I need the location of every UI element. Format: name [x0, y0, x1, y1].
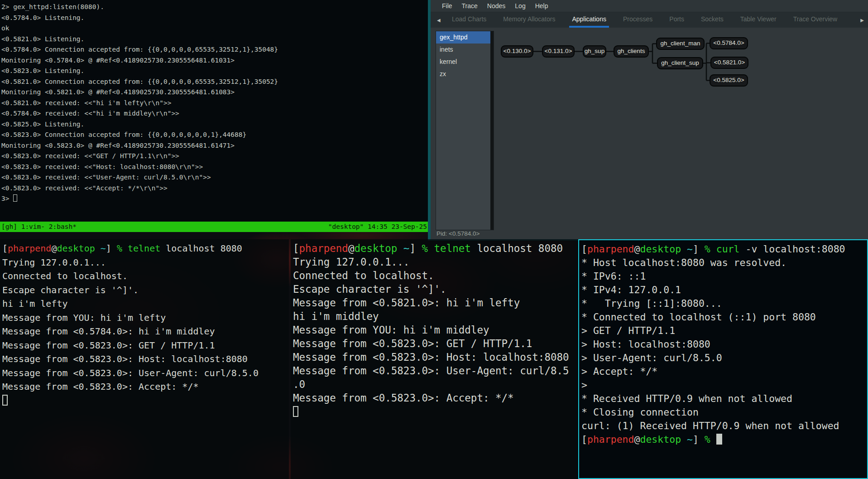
text-cursor — [293, 406, 298, 417]
process-node-gh-client-sup[interactable]: gh_client_sup — [657, 57, 703, 69]
terminal-line: Connected to localhost. — [293, 269, 576, 282]
terminal-line: * Trying [::1]:8080... — [581, 297, 865, 310]
terminal-line: <0.5823.0> received: <<"Accept: */*\r\n"… — [1, 183, 429, 194]
text-cursor — [13, 194, 17, 202]
process-node-5825[interactable]: <0.5825.0> — [710, 74, 748, 87]
process-node-gh-sup[interactable]: gh_sup — [583, 45, 606, 58]
prompt-args: localhost 8080 — [471, 242, 563, 254]
terminal-line: Message from <0.5823.0>: Accept: */* — [293, 391, 576, 405]
tab-memory-allocators[interactable]: Memory Allocators — [500, 12, 558, 28]
tab-sockets[interactable]: Sockets — [698, 12, 726, 28]
prompt-sigil: % — [705, 434, 716, 445]
terminal-pane-curl[interactable]: [pharpend@desktop ~] % curl -v localhost… — [578, 239, 868, 479]
process-node-5821[interactable]: <0.5821.0> — [710, 57, 748, 69]
app-list-scrollbar[interactable] — [490, 31, 494, 230]
terminal-output: Trying 127.0.0.1...Connected to localhos… — [2, 256, 287, 394]
prompt-at: @ — [51, 243, 57, 254]
erlang-shell-output: 2> gex_httpd:listen(8080).<0.5784.0> Lis… — [1, 2, 429, 194]
terminal-line: * Host localhost:8080 was resolved. — [581, 256, 865, 270]
process-node-gh-client-man[interactable]: gh_client_man — [656, 38, 705, 50]
application-list: gex_httpd inets kernel zx — [436, 31, 494, 230]
prompt-user: pharpend — [587, 243, 634, 255]
menu-log[interactable]: Log — [513, 2, 528, 10]
terminal-line: Trying 127.0.0.1... — [2, 256, 287, 270]
prompt-bracket: [ — [581, 434, 587, 445]
terminal-line: hi i'm lefty — [2, 297, 287, 311]
prompt-host: desktop — [640, 434, 681, 445]
tabs-scroll-left-icon[interactable]: ◀ — [437, 12, 441, 28]
terminal-line: <0.5784.0> Connection accepted from: {{0… — [1, 44, 429, 55]
terminal-line: Connected to localhost. — [2, 269, 287, 283]
terminal-line: <0.5823.0> received: <<"Host: localhost:… — [1, 162, 429, 173]
terminal-line: <0.5821.0> received: <<"hi i'm lefty\r\n… — [1, 98, 429, 109]
terminal-line: <0.5821.0> Connection accepted from: {{0… — [1, 77, 429, 87]
observer-tabbar: ◀ Load Charts Memory Allocators Applicat… — [431, 12, 868, 28]
app-list-item-inets[interactable]: inets — [436, 44, 491, 56]
menu-trace[interactable]: Trace — [460, 2, 480, 10]
shell-prompt: [pharpend@desktop ~] % telnet localhost … — [293, 242, 576, 255]
tab-applications[interactable]: Applications — [569, 12, 609, 28]
tmux-host-clock: "desktop" 14:35 23-Sep-25 — [328, 222, 427, 232]
prompt-path: ~ — [681, 434, 693, 445]
prompt-user: pharpend — [587, 434, 634, 445]
terminal-line: <0.5784.0> received: <<"hi i'm middley\r… — [1, 108, 429, 119]
text-cursor — [716, 434, 722, 445]
shell-prompt: [pharpend@desktop ~] % — [581, 433, 865, 446]
app-list-item-kernel[interactable]: kernel — [436, 56, 491, 68]
erlang-shell-prompt: 3> — [1, 195, 13, 202]
tabs-scroll-right-icon[interactable]: ▶ — [860, 12, 864, 28]
tmux-status-bar: [gh] 1:vim- 2:bash* "desktop" 14:35 23-S… — [0, 222, 429, 232]
menu-nodes[interactable]: Nodes — [485, 2, 508, 10]
prompt-path: ~ — [397, 242, 409, 254]
text-cursor — [2, 395, 8, 406]
tmux-session-windows[interactable]: [gh] 1:vim- 2:bash* — [1, 222, 77, 232]
prompt-command: curl — [716, 243, 740, 255]
terminal-line: > Accept: */* — [581, 365, 865, 378]
menu-help[interactable]: Help — [533, 2, 551, 10]
prompt-sigil: % — [117, 243, 128, 254]
prompt-user: pharpend — [299, 242, 348, 254]
process-node-gh-clients[interactable]: gh_clients — [614, 45, 649, 58]
observer-tabs: Load Charts Memory Allocators Applicatio… — [449, 12, 840, 28]
shell-prompt: [pharpend@desktop ~] % curl -v localhost… — [581, 242, 865, 256]
app-list-item-gex-httpd[interactable]: gex_httpd — [436, 31, 491, 44]
terminal-pane-telnet-middley[interactable]: [pharpend@desktop ~] % telnet localhost … — [291, 239, 578, 479]
tab-load-charts[interactable]: Load Charts — [449, 12, 489, 28]
terminal-line: Message from <0.5823.0>: User-Agent: cur… — [293, 364, 576, 377]
applications-panel: gex_httpd inets kernel zx <0.130.0> <0.1… — [431, 28, 868, 229]
terminal-line: .0 — [293, 377, 576, 391]
terminal-line: Message from <0.5821.0>: hi i'm lefty — [293, 296, 576, 310]
prompt-bracket-close: ] — [693, 434, 705, 445]
erlang-shell-terminal[interactable]: 2> gex_httpd:listen(8080).<0.5784.0> Lis… — [0, 0, 429, 232]
tab-processes[interactable]: Processes — [620, 12, 655, 28]
prompt-host: desktop — [354, 242, 397, 254]
terminal-line: > User-Agent: curl/8.5.0 — [581, 351, 865, 365]
terminal-line: Trying 127.0.0.1... — [293, 255, 576, 269]
terminal-line: 2> gex_httpd:listen(8080). — [1, 2, 429, 13]
tab-table-viewer[interactable]: Table Viewer — [738, 12, 779, 28]
terminal-line: <0.5784.0> Listening. — [1, 13, 429, 24]
prompt-bracket: [ — [581, 243, 587, 255]
tab-trace-overview[interactable]: Trace Overview — [791, 12, 840, 28]
terminal-pane-telnet-lefty[interactable]: [pharpend@desktop ~] % telnet localhost … — [0, 239, 289, 479]
terminal-output: Trying 127.0.0.1...Connected to localhos… — [293, 255, 576, 405]
terminal-line: > — [581, 378, 865, 392]
process-node-131[interactable]: <0.131.0> — [542, 45, 575, 58]
app-list-item-zx[interactable]: zx — [436, 68, 491, 80]
prompt-bracket-close: ] — [106, 243, 117, 254]
process-node-130[interactable]: <0.130.0> — [501, 45, 533, 58]
terminal-line: Message from <0.5823.0>: Host: localhost… — [293, 350, 576, 364]
observer-menubar: File Trace Nodes Log Help — [431, 0, 868, 12]
terminal-line: <0.5823.0> received: <<"GET / HTTP/1.1\r… — [1, 151, 429, 162]
prompt-path: ~ — [95, 243, 106, 254]
menu-file[interactable]: File — [440, 2, 455, 10]
prompt-args: -v localhost:8080 — [740, 243, 845, 255]
tab-ports[interactable]: Ports — [667, 12, 687, 28]
terminal-line: <0.5821.0> Listening. — [1, 34, 429, 45]
terminal-line: <0.5823.0> received: <<"User-Agent: curl… — [1, 172, 429, 183]
observer-window: File Trace Nodes Log Help ◀ Load Charts … — [428, 0, 868, 241]
process-node-5784[interactable]: <0.5784.0> — [710, 37, 748, 49]
prompt-bracket-close: ] — [693, 243, 705, 255]
terminal-line: Monitoring <0.5784.0> @ #Ref<0.418902573… — [1, 55, 429, 66]
terminal-line: Message from <0.5823.0>: User-Agent: cur… — [2, 366, 287, 380]
